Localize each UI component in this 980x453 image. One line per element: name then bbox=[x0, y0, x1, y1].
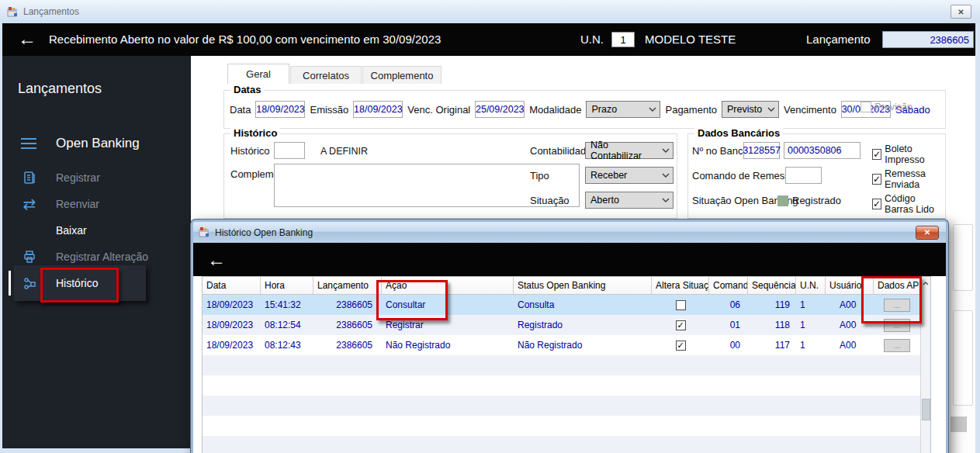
sidebar-item-reenviar[interactable]: ⇄ Reenviar bbox=[2, 191, 191, 217]
group-datas: Datas Data 18/09/2023 Emissão 18/09/2023… bbox=[223, 90, 946, 129]
back-button[interactable]: ← bbox=[18, 23, 36, 54]
historico-label: Histórico bbox=[230, 142, 270, 161]
dialog-title: Histórico Open Banking bbox=[215, 227, 313, 238]
transfer-arrows-icon: ⇄ bbox=[21, 198, 38, 210]
sidebar: Lançamentos Open Banking Registrar ⇄ Ree… bbox=[2, 56, 191, 448]
tipo-select[interactable]: Receber bbox=[585, 167, 674, 184]
dialog-back-button[interactable]: ← bbox=[207, 249, 226, 271]
grid-row-nao-registrado[interactable]: 18/09/2023 08:12:43 2386605 Não Registra… bbox=[203, 335, 930, 355]
tab-complemento[interactable]: Complemento bbox=[362, 66, 442, 84]
dados-api-button[interactable]: ... bbox=[884, 339, 910, 352]
emissao-label: Emissão bbox=[310, 104, 348, 116]
dialog-header-bar: ← bbox=[193, 243, 946, 276]
background-form-sliver bbox=[948, 220, 975, 453]
grid-empty-stripes bbox=[203, 355, 920, 453]
sidebar-section-label: Open Banking bbox=[56, 136, 140, 151]
window-border-right bbox=[975, 23, 980, 453]
window-titlebar: Lançamentos ✕ bbox=[0, 0, 980, 23]
background-groupbox bbox=[953, 310, 973, 406]
col-status-open-banking[interactable]: Status Open Banking bbox=[514, 277, 652, 294]
close-icon: ✕ bbox=[924, 228, 930, 237]
boleto-impresso-checkbox[interactable]: ✓ Boleto Impresso bbox=[872, 144, 945, 165]
altera-situacao-checkbox[interactable] bbox=[676, 300, 686, 310]
tab-geral[interactable]: Geral bbox=[227, 64, 289, 84]
n-banco-input-2[interactable]: 0000350806 bbox=[784, 142, 861, 159]
modalidade-select[interactable]: Prazo bbox=[586, 101, 660, 118]
codigo-barras-lido-checkbox[interactable]: ✓ Código Barras Lido bbox=[872, 193, 945, 215]
chevron-down-icon bbox=[767, 107, 775, 112]
grid-row-registrar[interactable]: 18/09/2023 08:12:54 2386605 Registrar Re… bbox=[203, 315, 930, 335]
history-grid: Data Hora Lançamento Ação Status Open Ba… bbox=[202, 276, 931, 453]
comando-remessa-label: Comando de Remessa bbox=[692, 167, 795, 185]
app-icon bbox=[7, 6, 19, 18]
chevron-down-icon bbox=[662, 148, 670, 153]
situacao-open-banking-value: Registrado bbox=[792, 192, 841, 210]
group-datas-title: Datas bbox=[230, 84, 264, 95]
data-input[interactable]: 18/09/2023 bbox=[255, 101, 305, 118]
emissao-input[interactable]: 18/09/2023 bbox=[353, 101, 403, 118]
printer-icon bbox=[21, 249, 38, 265]
historico-description: A DEFINIR bbox=[320, 142, 368, 161]
altera-situacao-checkbox[interactable]: ✓ bbox=[676, 341, 686, 351]
status-green-swatch bbox=[777, 195, 788, 206]
venc-original-input[interactable]: 25/09/2023 bbox=[475, 101, 525, 118]
contabilidade-label: Contabilidade bbox=[530, 142, 592, 161]
sidebar-item-registrar-alteracao[interactable]: Registrar Alteração bbox=[2, 244, 191, 270]
altera-situacao-checkbox[interactable]: ✓ bbox=[676, 320, 686, 330]
background-groupbox bbox=[953, 224, 973, 291]
n-banco-label: Nº no Banco bbox=[692, 142, 749, 161]
scroll-up-icon[interactable] bbox=[921, 277, 930, 290]
chevron-down-icon bbox=[662, 173, 670, 178]
situacao-select[interactable]: Aberto bbox=[585, 192, 674, 209]
situacao-label: Situação bbox=[530, 192, 570, 210]
data-label: Data bbox=[230, 104, 251, 116]
lancamento-label: Lançamento bbox=[806, 23, 871, 56]
comando-remessa-input[interactable] bbox=[785, 167, 822, 184]
background-button-corner bbox=[951, 417, 967, 432]
annotation-box-dados-api bbox=[861, 276, 922, 323]
window-title: Lançamentos bbox=[23, 6, 79, 17]
checkbox-checked-icon: ✓ bbox=[872, 199, 881, 209]
tab-correlatos[interactable]: Correlatos bbox=[290, 66, 362, 84]
historico-code-input[interactable] bbox=[274, 142, 305, 159]
scrollbar-thumb[interactable] bbox=[922, 399, 930, 420]
col-altera-situacao[interactable]: Altera Situação bbox=[652, 277, 709, 294]
un-input[interactable]: 1 bbox=[611, 32, 635, 47]
sidebar-item-registrar[interactable]: Registrar bbox=[2, 164, 191, 191]
pagamento-select[interactable]: Previsto bbox=[722, 101, 779, 118]
checkbox-checked-icon: ✓ bbox=[872, 174, 881, 185]
window-close-button[interactable]: ✕ bbox=[951, 5, 971, 19]
col-lancamento[interactable]: Lançamento bbox=[313, 277, 382, 294]
record-header-bar: ← Recebimento Aberto no valor de R$ 100,… bbox=[2, 23, 975, 56]
remessa-enviada-checkbox[interactable]: ✓ Remessa Enviada bbox=[872, 168, 945, 190]
previsao-checkbox[interactable]: Previsão bbox=[861, 102, 912, 112]
company-name: MODELO TESTE bbox=[645, 23, 736, 56]
close-icon: ✕ bbox=[957, 8, 964, 16]
record-description: Recebimento Aberto no valor de R$ 100,00… bbox=[49, 23, 441, 56]
share-nodes-icon bbox=[21, 275, 38, 291]
group-dados-bancarios-title: Dados Bancários bbox=[694, 127, 783, 139]
col-hora[interactable]: Hora bbox=[261, 277, 313, 294]
col-data[interactable]: Data bbox=[203, 277, 261, 294]
annotation-box-historico bbox=[40, 268, 119, 303]
lancamento-number-field[interactable]: 2386605 bbox=[882, 31, 974, 48]
menu-icon[interactable] bbox=[21, 138, 38, 149]
group-dados-bancarios: Dados Bancários Nº no Banco 3128557 0000… bbox=[687, 133, 946, 219]
contabilidade-select[interactable]: Não Contabilizar bbox=[585, 142, 674, 159]
dialog-titlebar: Histórico Open Banking ✕ bbox=[193, 222, 946, 243]
dialog-close-button[interactable]: ✕ bbox=[916, 226, 939, 240]
sidebar-item-baixar[interactable]: Baixar bbox=[2, 217, 191, 244]
vencimento-label: Vencimento bbox=[784, 104, 836, 116]
tipo-label: Tipo bbox=[530, 167, 549, 185]
group-historico-title: Histórico bbox=[230, 127, 280, 139]
historico-open-banking-dialog: Histórico Open Banking ✕ ← Data Hora Lan… bbox=[191, 220, 948, 453]
document-icon bbox=[21, 170, 38, 185]
n-banco-input-1[interactable]: 3128557 bbox=[743, 142, 780, 159]
grid-row-consultar[interactable]: 18/09/2023 15:41:32 2386605 Consultar Co… bbox=[203, 295, 930, 315]
col-sequencia[interactable]: Sequência bbox=[748, 277, 796, 294]
un-label: U.N. bbox=[580, 23, 604, 56]
pagamento-label: Pagamento bbox=[665, 104, 717, 116]
col-un[interactable]: U.N. bbox=[796, 277, 826, 294]
col-comando[interactable]: Comando bbox=[709, 277, 748, 294]
grid-header-row: Data Hora Lançamento Ação Status Open Ba… bbox=[203, 277, 930, 295]
